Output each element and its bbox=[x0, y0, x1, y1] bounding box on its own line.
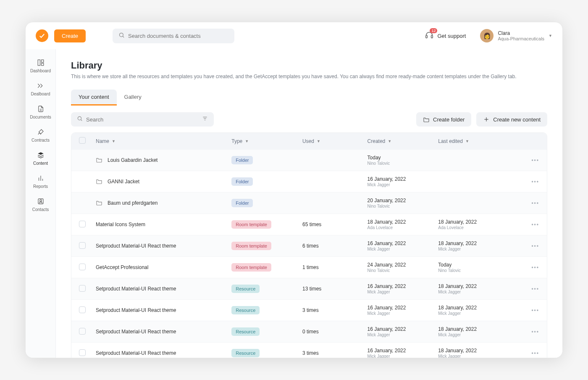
user-menu[interactable]: 👩 Clara Aqua-Pharmaceuticals ▼ bbox=[480, 29, 552, 42]
sidebar-item-content[interactable]: Content bbox=[28, 148, 53, 169]
create-button[interactable]: Create bbox=[54, 29, 86, 42]
tab-gallery[interactable]: Gallery bbox=[117, 90, 149, 106]
support-button[interactable]: 12 Get support bbox=[425, 31, 466, 41]
edited-by: Ada Lovelace bbox=[438, 225, 477, 230]
sidebar-item-dealboard[interactable]: Dealboard bbox=[28, 78, 53, 100]
created-by: Mick Jagger bbox=[368, 290, 406, 294]
svg-rect-5 bbox=[41, 60, 43, 62]
row-actions-icon[interactable]: ••• bbox=[531, 264, 539, 270]
tab-your-content[interactable]: Your content bbox=[71, 90, 117, 106]
row-used: 3 times bbox=[302, 350, 368, 356]
global-search[interactable] bbox=[113, 29, 234, 43]
contacts-icon bbox=[37, 197, 45, 206]
type-pill: Room template bbox=[231, 220, 271, 229]
row-actions-icon[interactable]: ••• bbox=[531, 243, 539, 249]
row-used: 13 times bbox=[302, 286, 368, 292]
select-all-checkbox[interactable] bbox=[79, 137, 86, 144]
row-checkbox[interactable] bbox=[79, 349, 86, 356]
row-actions-icon[interactable]: ••• bbox=[531, 350, 539, 356]
row-used: 65 times bbox=[302, 222, 368, 227]
avatar: 👩 bbox=[480, 29, 494, 42]
sidebar-item-label: Documents bbox=[30, 115, 51, 119]
chevron-down-icon: ▼ bbox=[317, 139, 320, 143]
table-row[interactable]: Setproduct Material-UI React themeResour… bbox=[71, 321, 547, 342]
type-pill: Resource bbox=[231, 327, 260, 336]
col-used[interactable]: Used▼ bbox=[302, 138, 368, 144]
created-by: Mick Jagger bbox=[368, 311, 406, 316]
table-row[interactable]: Setproduct Material-UI React themeResour… bbox=[71, 299, 547, 321]
svg-line-15 bbox=[81, 119, 82, 121]
sidebar-item-documents[interactable]: Documents bbox=[28, 101, 53, 123]
row-actions-icon[interactable]: ••• bbox=[531, 179, 539, 185]
table-row[interactable]: Louis Gabardin JacketFolderTodayNino Tal… bbox=[71, 149, 547, 171]
edited-date: 18 January, 2022 bbox=[438, 305, 477, 311]
row-actions-icon[interactable]: ••• bbox=[531, 200, 539, 206]
row-checkbox[interactable] bbox=[79, 285, 86, 292]
row-actions-icon[interactable]: ••• bbox=[531, 286, 539, 292]
table-row[interactable]: GetAccept ProfessionalRoom template1 tim… bbox=[71, 256, 547, 278]
filter-icon[interactable] bbox=[202, 116, 208, 123]
folder-open-icon bbox=[423, 116, 430, 123]
sidebar-item-label: Content bbox=[33, 161, 48, 166]
created-date: Today bbox=[368, 155, 390, 161]
row-checkbox[interactable] bbox=[79, 221, 86, 227]
sidebar-item-reports[interactable]: Reports bbox=[28, 171, 53, 192]
table-row[interactable]: Setproduct Material-UI React themeResour… bbox=[71, 278, 547, 299]
edited-date: 18 January, 2022 bbox=[438, 348, 477, 354]
table-row[interactable]: GANNI JacketFolder16 January, 2022Mick J… bbox=[71, 171, 547, 192]
row-actions-icon[interactable]: ••• bbox=[531, 329, 539, 335]
headset-icon: 12 bbox=[425, 31, 434, 41]
created-date: 16 January, 2022 bbox=[368, 326, 406, 332]
content-icon bbox=[37, 151, 45, 159]
type-pill: Resource bbox=[231, 285, 260, 293]
table-row[interactable]: Setproduct Material-UI React themeResour… bbox=[71, 342, 547, 358]
sidebar-item-contracts[interactable]: Contracts bbox=[28, 124, 53, 146]
library-search[interactable] bbox=[71, 112, 214, 127]
row-actions-icon[interactable]: ••• bbox=[531, 307, 539, 313]
row-name: GetAccept Professional bbox=[96, 264, 148, 270]
edited-date: 18 January, 2022 bbox=[438, 326, 477, 332]
reports-icon bbox=[37, 174, 45, 182]
row-actions-icon[interactable]: ••• bbox=[531, 157, 539, 163]
content-table: Name▼ Type▼ Used▼ Created▼ Last edited▼ … bbox=[71, 132, 547, 358]
chevron-down-icon: ▼ bbox=[388, 139, 391, 143]
app-window: Create 12 Get support 👩 Clara Aqua-Pharm… bbox=[25, 22, 563, 358]
col-edited[interactable]: Last edited▼ bbox=[438, 138, 521, 144]
row-checkbox[interactable] bbox=[79, 264, 86, 270]
user-info: Clara Aqua-Pharmaceuticals bbox=[498, 30, 544, 41]
created-date: 18 January, 2022 bbox=[368, 219, 406, 225]
folder-icon bbox=[96, 156, 102, 164]
svg-point-13 bbox=[39, 200, 42, 202]
col-type[interactable]: Type▼ bbox=[231, 138, 302, 144]
create-content-button[interactable]: Create new content bbox=[476, 112, 547, 127]
created-date: 24 January, 2022 bbox=[368, 262, 406, 268]
page-description: This is where we store all the resources… bbox=[71, 74, 547, 79]
library-search-input[interactable] bbox=[86, 116, 157, 123]
svg-point-14 bbox=[78, 116, 81, 120]
sidebar-item-contacts[interactable]: Contacts bbox=[28, 194, 53, 215]
edited-by: Nino Talovic bbox=[438, 268, 461, 273]
row-checkbox[interactable] bbox=[79, 328, 86, 335]
row-name: Setproduct Material-UI React theme bbox=[96, 329, 176, 335]
plus-icon bbox=[483, 116, 490, 123]
user-name: Clara bbox=[498, 30, 544, 36]
svg-line-1 bbox=[123, 36, 124, 37]
sidebar-item-dashboard[interactable]: Dashboard bbox=[28, 55, 53, 77]
table-header: Name▼ Type▼ Used▼ Created▼ Last edited▼ bbox=[71, 133, 547, 149]
row-checkbox[interactable] bbox=[79, 306, 86, 313]
row-checkbox[interactable] bbox=[79, 242, 86, 249]
page-title: Library bbox=[71, 60, 547, 71]
global-search-input[interactable] bbox=[128, 33, 228, 39]
row-name: Setproduct Material-UI React theme bbox=[96, 307, 176, 313]
create-folder-button[interactable]: Create folder bbox=[416, 112, 471, 127]
sidebar-item-label: Reports bbox=[33, 184, 48, 189]
edited-date: 18 January, 2022 bbox=[438, 283, 477, 289]
table-row[interactable]: Baum und pferdgartenFolder20 January, 20… bbox=[71, 192, 547, 214]
col-created[interactable]: Created▼ bbox=[368, 138, 438, 144]
table-row[interactable]: Setproduct Material-UI React themeRoom t… bbox=[71, 235, 547, 256]
created-date: 16 January, 2022 bbox=[368, 240, 406, 246]
toolbar: Create folder Create new content bbox=[71, 112, 547, 127]
table-row[interactable]: Material Icons SystemRoom template65 tim… bbox=[71, 214, 547, 235]
col-name[interactable]: Name▼ bbox=[96, 138, 231, 144]
row-actions-icon[interactable]: ••• bbox=[531, 222, 539, 227]
